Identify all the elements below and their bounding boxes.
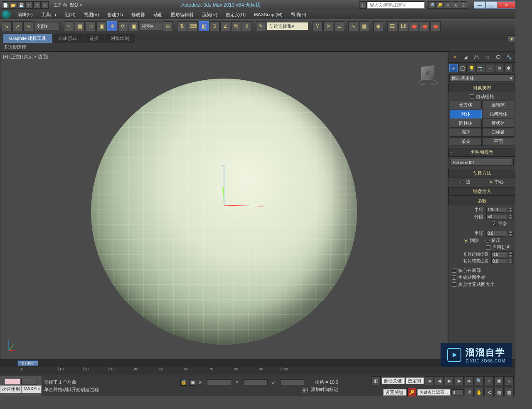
edit-named-sel-icon[interactable]: ✎ <box>256 21 266 31</box>
min-max-icon[interactable]: ▩ <box>505 388 514 397</box>
snap-3-icon[interactable]: 3 <box>209 21 219 31</box>
slice-checkbox[interactable] <box>486 245 490 250</box>
prev-frame-icon[interactable]: ◀ <box>435 376 444 385</box>
render-setup-icon[interactable]: 🖼 <box>387 21 397 31</box>
tab-paint[interactable]: 对象绘制 <box>105 34 135 43</box>
key-icon[interactable]: 🔑 <box>436 1 443 9</box>
autogrid-checkbox[interactable] <box>470 94 474 99</box>
menu-edit[interactable]: 编辑(E) <box>13 12 37 18</box>
tab-selection[interactable]: 选择 <box>84 34 104 43</box>
motion-tab-icon[interactable]: ◎ <box>483 53 492 61</box>
btn-plane[interactable]: 平面 <box>482 137 514 146</box>
menu-customize[interactable]: 自定义(U) <box>222 12 250 18</box>
coord-y-input[interactable] <box>244 379 268 385</box>
fov-icon[interactable]: ⟁ <box>505 376 514 385</box>
subtab-label[interactable]: 多边形建模 <box>3 44 26 50</box>
select-rotate-icon[interactable]: ⟳ <box>118 21 128 31</box>
next-frame-icon[interactable]: ▶ <box>455 376 464 385</box>
mirror-icon[interactable]: M <box>313 21 323 31</box>
render-icon[interactable]: 🫖 <box>409 21 419 31</box>
redo-icon[interactable]: ↷ <box>33 1 41 9</box>
coord-z-input[interactable] <box>280 379 304 385</box>
gen-uv-checkbox[interactable]: ✓ <box>452 275 456 280</box>
snap-toggle-icon[interactable]: ◧ <box>199 21 209 31</box>
curve-editor-icon[interactable]: ∿ <box>348 21 358 31</box>
menu-render[interactable]: 渲染(R) <box>198 12 222 18</box>
btn-cylinder[interactable]: 圆柱体 <box>450 119 482 128</box>
help-icon[interactable]: ? <box>460 1 467 9</box>
zoom-icon[interactable]: 🔍 <box>475 376 484 385</box>
ref-coord-dropdown[interactable]: 视图 ▾ <box>140 22 162 30</box>
radio-chop[interactable] <box>464 239 468 243</box>
isolate-icon[interactable]: ▣ <box>190 379 196 386</box>
create-tab-icon[interactable]: ✳ <box>451 53 459 61</box>
btn-tube[interactable]: 管状体 <box>482 119 514 128</box>
time-slider-track[interactable]: 0 / 100 <box>0 360 515 367</box>
render-last-icon[interactable]: 🫖 <box>420 21 430 31</box>
window-crossing-icon[interactable]: ▣ <box>96 21 106 31</box>
workspace-label[interactable]: 工作台: 默认 <box>54 2 79 8</box>
spinner-snap-icon[interactable]: ⇕ <box>242 21 252 31</box>
geometry-icon[interactable]: ● <box>449 64 458 72</box>
realworld-checkbox[interactable] <box>452 282 456 287</box>
app-logo-icon[interactable] <box>2 10 11 19</box>
coord-x-input[interactable] <box>207 379 231 385</box>
autokey-button[interactable]: 自动关键点 <box>382 377 405 384</box>
menu-tools[interactable]: 工具(T) <box>37 12 60 18</box>
object-name-input[interactable] <box>451 159 512 166</box>
zoom-extents-icon[interactable]: ▣ <box>495 376 504 385</box>
viewcube-face[interactable]: 前 <box>421 65 434 80</box>
slice-from-spinner[interactable] <box>491 251 507 257</box>
named-selection-dropdown[interactable]: 创建选择集 ▾ <box>267 22 308 30</box>
viewport-label[interactable]: [+] [正交] [真实 + 边面] <box>3 54 48 60</box>
key-button-icon[interactable]: 🔑 <box>407 388 416 397</box>
radio-squash[interactable] <box>485 239 490 243</box>
search-input[interactable] <box>367 1 425 9</box>
btn-cone[interactable]: 圆锥体 <box>482 101 514 109</box>
utilities-tab-icon[interactable]: 🔧 <box>505 53 513 61</box>
lock-icon[interactable]: 🔒 <box>180 379 187 386</box>
radio-center[interactable] <box>489 180 493 184</box>
hemisphere-spinner[interactable] <box>486 231 507 237</box>
menu-create[interactable]: 创建(C) <box>103 12 127 18</box>
time-config-icon[interactable]: ⏱ <box>465 388 474 397</box>
menu-animation[interactable]: 动画 <box>149 12 167 18</box>
menu-graph[interactable]: 图形编辑器 <box>167 12 198 18</box>
infocenter-icon[interactable]: ℹ <box>359 1 367 9</box>
slice-to-spinner[interactable] <box>491 258 507 264</box>
select-icon[interactable]: ↖ <box>64 21 74 31</box>
cameras-icon[interactable]: 📷 <box>477 64 485 72</box>
setkey-button[interactable]: 设置关键点 <box>383 389 406 396</box>
btn-sphere[interactable]: 球体 <box>450 110 482 118</box>
modify-tab-icon[interactable]: ◪ <box>461 53 470 61</box>
schematic-icon[interactable]: ▦ <box>359 21 369 31</box>
link-icon[interactable]: ⤷ <box>41 1 49 9</box>
align-icon[interactable]: ⊫ <box>323 21 333 31</box>
select-name-icon[interactable]: ▦ <box>75 21 85 31</box>
maximize-button[interactable]: ▢ <box>485 1 497 9</box>
rollout-creation[interactable]: -创建方法 <box>448 169 515 177</box>
smooth-checkbox[interactable]: ✓ <box>492 222 496 226</box>
color-swatch[interactable] <box>513 159 514 166</box>
exchange-icon[interactable]: ✕ <box>444 1 451 9</box>
trackbar-swatch[interactable] <box>5 379 20 384</box>
selection-filter[interactable]: 全部 ▾ <box>34 22 60 30</box>
btn-torus[interactable]: 圆环 <box>450 128 482 137</box>
rollout-params[interactable]: -参数 <box>448 197 515 205</box>
menu-help[interactable]: 帮助(H) <box>287 12 310 18</box>
display-tab-icon[interactable]: 🖵 <box>494 53 502 61</box>
layers-icon[interactable]: ≣ <box>334 21 344 31</box>
comm-center-icon[interactable]: ◧ <box>372 376 381 385</box>
current-frame-input[interactable] <box>451 389 464 395</box>
select-scale-icon[interactable]: ▣ <box>129 21 139 31</box>
viewcube[interactable]: 前 <box>416 64 439 87</box>
pan-icon[interactable]: ✋ <box>475 388 484 397</box>
select-rect-icon[interactable]: ▭ <box>86 21 96 31</box>
play-icon[interactable]: ▶ <box>445 376 454 385</box>
btn-teapot[interactable]: 茶壶 <box>450 137 482 146</box>
undo-icon[interactable]: ↶ <box>25 1 33 9</box>
render-frame-icon[interactable]: 🎞 <box>398 21 408 31</box>
segments-spinner[interactable] <box>486 214 507 220</box>
render-prod-icon[interactable]: 🫖 <box>431 21 441 31</box>
lights-icon[interactable]: 💡 <box>468 64 476 72</box>
